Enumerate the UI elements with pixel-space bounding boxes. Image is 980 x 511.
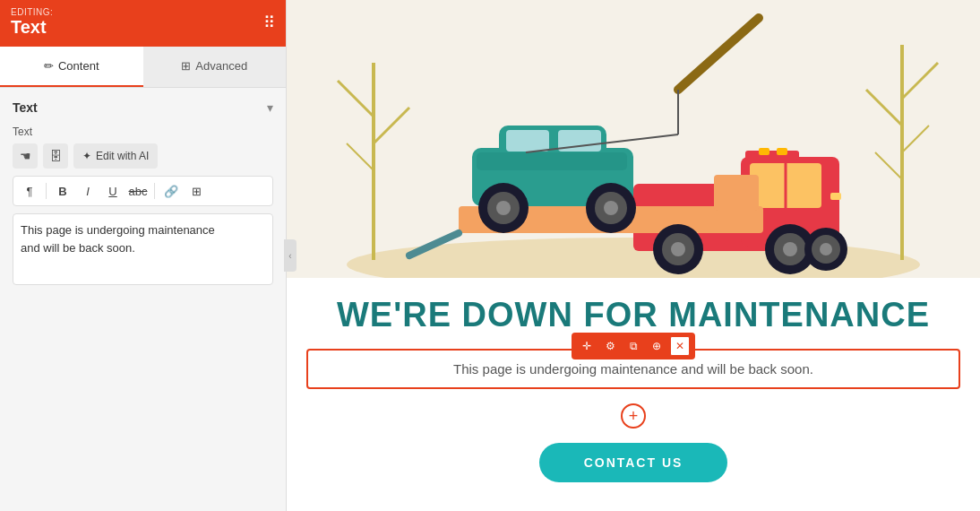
settings-button[interactable]: ⚙ <box>600 336 620 356</box>
svg-line-3 <box>374 108 409 143</box>
pencil-icon: ✏ <box>44 59 54 73</box>
tab-advanced[interactable]: ⊞ Advanced <box>143 47 287 87</box>
hand-tool-button[interactable]: ☚ <box>13 143 38 169</box>
svg-point-40 <box>820 243 832 256</box>
chevron-down-icon[interactable]: ▾ <box>267 100 273 115</box>
bold-button[interactable]: B <box>52 180 73 202</box>
sparkle-icon: ✦ <box>82 150 91 162</box>
tab-advanced-label: Advanced <box>195 59 247 73</box>
svg-line-9 <box>875 152 902 179</box>
table-button[interactable]: ⊞ <box>185 180 207 202</box>
text-content-area[interactable]: This page is undergoing maintenance and … <box>13 213 273 285</box>
section-header: Text ▾ <box>13 100 273 115</box>
svg-point-28 <box>496 201 511 215</box>
tab-content-label: Content <box>58 59 99 73</box>
panel-header: EDITING: Text ⠿ <box>0 0 286 47</box>
editing-title: Text <box>11 17 53 38</box>
svg-line-10 <box>678 18 759 90</box>
move-button[interactable]: ✛ <box>577 336 597 356</box>
add-element-button[interactable]: + <box>621 403 646 429</box>
text-toolbar: ☚ 🗄 ✦ Edit with AI <box>13 143 273 169</box>
delete-button[interactable]: ✕ <box>670 336 690 356</box>
contact-us-button[interactable]: CONTACT US <box>539 443 728 482</box>
svg-line-6 <box>902 63 938 99</box>
tow-truck-scene <box>293 9 974 278</box>
left-panel: EDITING: Text ⠿ ✏ Content ⊞ Advanced Tex… <box>0 0 287 511</box>
svg-line-8 <box>902 126 929 152</box>
panel-body: Text ▾ Text ☚ 🗄 ✦ Edit with AI ¶ B I U a… <box>0 88 286 511</box>
maintenance-text: This page is undergoing maintenance and … <box>453 361 813 377</box>
field-label: Text <box>13 126 273 138</box>
copy-button[interactable]: ⊕ <box>647 336 666 356</box>
panel-header-left: EDITING: Text <box>11 7 53 38</box>
duplicate-button[interactable]: ⧉ <box>623 336 643 356</box>
svg-rect-16 <box>745 151 799 160</box>
svg-point-34 <box>671 242 685 256</box>
separator-2 <box>154 183 155 199</box>
illustration <box>287 0 980 278</box>
svg-rect-18 <box>777 148 787 155</box>
svg-line-2 <box>338 81 374 117</box>
svg-rect-25 <box>477 152 627 170</box>
svg-point-37 <box>783 242 797 256</box>
text-box-wrapper: ✛ ⚙ ⧉ ⊕ ✕ This page is undergoing mainte… <box>306 349 960 389</box>
database-button[interactable]: 🗄 <box>43 143 68 169</box>
edit-with-ai-button[interactable]: ✦ Edit with AI <box>73 143 158 169</box>
collapse-handle[interactable]: ‹ <box>284 239 297 272</box>
svg-rect-41 <box>714 175 759 211</box>
svg-point-31 <box>604 201 618 215</box>
section-title: Text <box>13 100 38 115</box>
content-area: WE'RE DOWN FOR MAINTENANCE ✛ ⚙ ⧉ ⊕ ✕ Thi… <box>287 278 980 511</box>
main-area: WE'RE DOWN FOR MAINTENANCE ✛ ⚙ ⧉ ⊕ ✕ Thi… <box>287 0 980 511</box>
ai-button-label: Edit with AI <box>96 150 149 162</box>
separator <box>46 183 47 199</box>
svg-rect-43 <box>830 193 841 200</box>
svg-rect-17 <box>759 148 769 155</box>
maintenance-heading: WE'RE DOWN FOR MAINTENANCE <box>337 296 930 334</box>
link-button[interactable]: 🔗 <box>160 180 182 202</box>
strikethrough-button[interactable]: abc <box>127 180 149 202</box>
editing-label: EDITING: <box>11 7 53 17</box>
svg-line-4 <box>347 143 374 170</box>
advanced-icon: ⊞ <box>181 59 191 73</box>
contact-button-label: CONTACT US <box>584 455 683 470</box>
svg-rect-23 <box>506 130 549 152</box>
format-toolbar: ¶ B I U abc 🔗 ⊞ <box>13 176 273 206</box>
paragraph-button[interactable]: ¶ <box>19 180 40 202</box>
floating-toolbar: ✛ ⚙ ⧉ ⊕ ✕ <box>572 333 695 359</box>
tab-content[interactable]: ✏ Content <box>0 47 143 87</box>
grid-menu-icon[interactable]: ⠿ <box>263 13 275 32</box>
underline-button[interactable]: U <box>102 180 124 202</box>
italic-button[interactable]: I <box>77 180 99 202</box>
svg-line-7 <box>866 90 902 126</box>
panel-tabs: ✏ Content ⊞ Advanced <box>0 47 286 88</box>
